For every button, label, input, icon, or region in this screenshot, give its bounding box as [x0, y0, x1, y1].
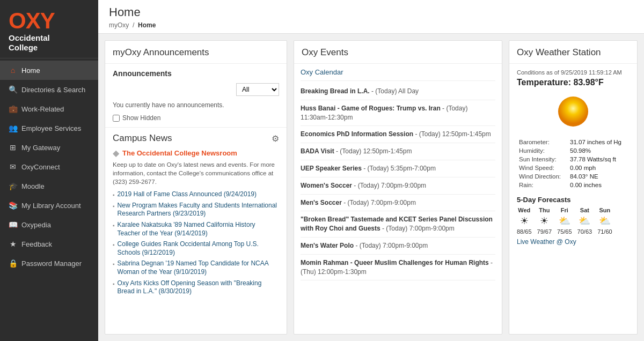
stat-label: Barometer: [517, 138, 568, 146]
page-header: Home myOxy / Home [98, 0, 644, 34]
weather-panel: Oxy Weather Station Conditions as of 9/2… [509, 40, 638, 335]
event-time: - (Today) 12:50pm-1:45pm [413, 130, 491, 138]
sidebar-item-moodle[interactable]: 🎓 Moodle [0, 176, 98, 196]
event-item: Women's Soccer - (Today) 7:00pm-9:00pm [301, 177, 495, 195]
breadcrumb-current: Home [138, 21, 156, 29]
event-item: Economics PhD Information Session - (Tod… [301, 126, 495, 143]
news-item-link[interactable]: Oxy Arts Kicks Off Opening Season with "… [118, 279, 279, 296]
gear-icon[interactable]: ⚙ [272, 134, 279, 144]
forecast-day-icon: ☀ [540, 215, 548, 227]
sidebar-item-oxyconnect[interactable]: ✉ OxyConnect [0, 157, 98, 176]
forecast-day-name: Thu [539, 207, 550, 213]
book-icon: 📖 [9, 220, 17, 229]
stat-label: Humidity: [517, 146, 568, 155]
event-name: Women's Soccer [301, 182, 352, 189]
event-name: UEP Speaker Series [301, 165, 362, 172]
forecast-day-temps: 79/67 [537, 228, 552, 235]
list-item: ▪ New Program Makes Faculty and Students… [113, 202, 279, 218]
forecast-day-temps: 70/63 [577, 228, 592, 235]
forecast-day-icon: ⛅ [559, 215, 570, 227]
news-item-link[interactable]: Sabrina Degnan '19 Named Top Candidate f… [118, 260, 279, 276]
library-icon: 📚 [9, 201, 17, 210]
table-row: Humidity: 50.98% [517, 146, 630, 155]
news-item-link[interactable]: 2019 Hall of Fame Class Announced (9/24/… [118, 190, 257, 199]
sidebar-item-employee-services[interactable]: 👥 Employee Services [0, 118, 98, 138]
news-bullet-icon: ▪ [113, 223, 115, 228]
announcements-filter-select[interactable]: All Unread Read [236, 83, 279, 96]
newsroom-bullet-icon: ◆ [113, 148, 119, 158]
show-hidden-label: Show Hidden [122, 114, 160, 122]
news-bullet-icon: ▪ [113, 281, 115, 287]
event-name: Men's Soccer [301, 199, 342, 206]
list-item: ▪ Oxy Arts Kicks Off Opening Season with… [113, 279, 279, 296]
sidebar-item-home[interactable]: ⌂ Home [0, 61, 98, 80]
sidebar-item-gateway[interactable]: ⊞ My Gateway [0, 138, 98, 157]
live-weather-link[interactable]: Live Weather @ Oxy [517, 238, 576, 246]
list-item: ▪ 2019 Hall of Fame Class Announced (9/2… [113, 190, 279, 199]
event-name: Breaking Bread in L.A. [301, 87, 370, 95]
star-icon: ★ [9, 240, 17, 248]
event-item: "Broken Bread" Tastemade and KCET Series… [301, 211, 495, 238]
table-row: Barometer: 31.07 inches of Hg [517, 138, 630, 146]
sidebar-item-library[interactable]: 📚 My Library Account [0, 196, 98, 215]
sidebar-item-password-label: Password Manager [21, 260, 82, 268]
sidebar-item-gateway-label: My Gateway [21, 144, 60, 152]
table-row: Rain: 0.00 inches [517, 181, 630, 189]
news-bullet-icon: ▪ [113, 203, 115, 209]
forecast-days-row: Wed ☀ 88/65 Thu ☀ 79/67 Fri ⛅ 75/65 [517, 207, 630, 235]
forecast-day-fri: Fri ⛅ 75/65 [557, 207, 572, 235]
people-icon: 👥 [9, 124, 17, 132]
home-icon: ⌂ [9, 66, 17, 75]
sidebar-item-feedback[interactable]: ★ Feedback [0, 234, 98, 254]
weather-body: Conditions as of 9/25/2019 11:59:12 AM T… [509, 64, 637, 334]
sidebar-item-oxypedia-label: Oxypedia [21, 221, 51, 229]
forecast-day-sat: Sat ⛅ 70/63 [577, 207, 592, 235]
stat-label: Sun Intensity: [517, 155, 568, 164]
sidebar-item-oxyconnect-label: OxyConnect [21, 163, 60, 171]
sidebar-item-home-label: Home [21, 66, 40, 75]
forecast-day-icon: ☀ [520, 215, 529, 227]
forecast-day-icon: ⛅ [579, 215, 590, 227]
news-item-link[interactable]: Karalee Nakatsuka '89 Named California H… [118, 221, 279, 238]
event-name: Momin Rahman - Queer Muslim Challenges f… [301, 259, 489, 266]
announcements-filter-row: All Unread Read [105, 81, 287, 99]
sidebar-item-work-related[interactable]: 💼 Work-Related [0, 99, 98, 118]
search-icon: 🔍 [9, 85, 17, 94]
newsroom-link[interactable]: The Occidental College Newsroom [122, 149, 237, 157]
stat-label: Wind Direction: [517, 172, 568, 181]
sidebar-item-directories-label: Directories & Search [21, 86, 85, 94]
forecast-day-name: Fri [561, 207, 568, 213]
sidebar-item-directories[interactable]: 🔍 Directories & Search [0, 80, 98, 99]
news-bullet-icon: ▪ [113, 192, 115, 198]
events-body: Oxy Calendar Breaking Bread in L.A. - (T… [294, 64, 502, 334]
weather-conditions-label: Conditions as of 9/25/2019 11:59:12 AM [517, 69, 630, 76]
sidebar-logo: OXY OccidentalCollege [0, 0, 98, 58]
campus-news-header: Campus News ⚙ [105, 127, 287, 148]
event-item: Momin Rahman - Queer Muslim Challenges f… [301, 255, 495, 281]
show-hidden-checkbox[interactable] [113, 115, 120, 122]
oxy-logo-text: OXY [9, 10, 90, 32]
news-list: ▪ 2019 Hall of Fame Class Announced (9/2… [113, 190, 279, 296]
list-item: ▪ College Guides Rank Occidental Among T… [113, 240, 279, 257]
event-name: BADA Visit [301, 147, 334, 155]
sidebar-item-oxypedia[interactable]: 📖 Oxypedia [0, 215, 98, 234]
weather-temperature: Temperature: 83.98°F [517, 78, 630, 87]
sidebar-item-employee-label: Employee Services [21, 124, 81, 132]
event-item: Men's Water Polo - (Today) 7:00pm-9:00pm [301, 238, 495, 255]
event-item: Men's Soccer - (Today) 7:00pm-9:00pm [301, 195, 495, 212]
list-item: ▪ Sabrina Degnan '19 Named Top Candidate… [113, 260, 279, 276]
news-item-link[interactable]: New Program Makes Faculty and Students I… [118, 202, 279, 218]
oxy-calendar-link[interactable]: Oxy Calendar [301, 64, 495, 81]
event-name: Economics PhD Information Session [301, 130, 413, 138]
newsroom-description: Keep up to date on Oxy's latest news and… [113, 160, 279, 186]
breadcrumb-parent[interactable]: myOxy [109, 21, 129, 29]
forecast-day-temps: 75/65 [557, 228, 572, 235]
sidebar-item-password-manager[interactable]: 🔒 Password Manager [0, 254, 98, 273]
grid-icon: ⊞ [9, 143, 17, 152]
forecast-day-temps: 71/60 [597, 228, 612, 235]
event-item: BADA Visit - (Today) 12:50pm-1:45pm [301, 143, 495, 160]
news-item-link[interactable]: College Guides Rank Occidental Among Top… [118, 240, 279, 257]
forecast-day-thu: Thu ☀ 79/67 [537, 207, 552, 235]
table-row: Wind Speed: 0.00 mph [517, 164, 630, 172]
svg-point-0 [558, 97, 588, 127]
